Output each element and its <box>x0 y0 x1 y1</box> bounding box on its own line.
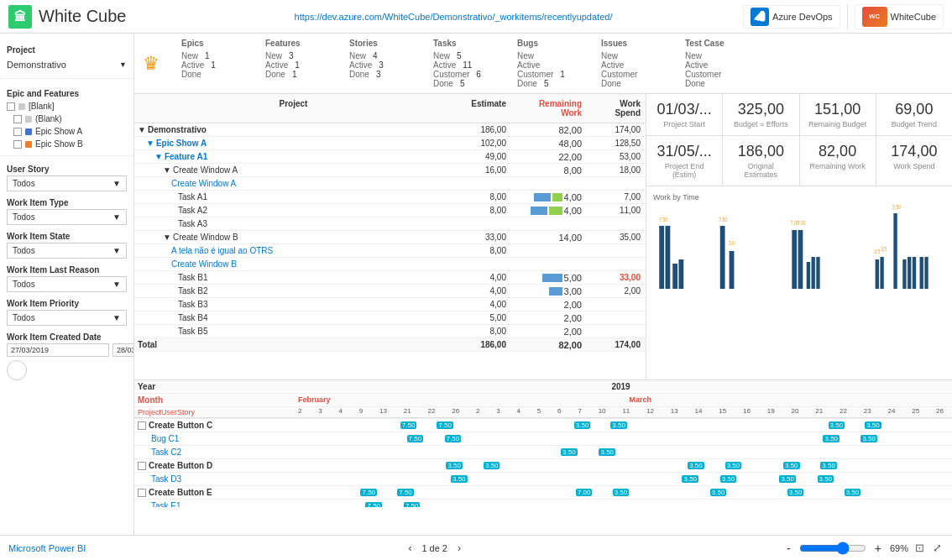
chart-bar <box>812 257 815 289</box>
epic-checkbox-0[interactable] <box>7 102 15 111</box>
row-work-15 <box>587 331 646 332</box>
tree-body: ▼ Demonstrativo 186,00 82,00 174,00 ▼ Ep… <box>134 123 646 379</box>
tl-chip-d-14: 3.50 <box>688 462 704 469</box>
prev-page-button[interactable]: ‹ <box>405 541 415 556</box>
next-page-button[interactable]: › <box>454 541 464 556</box>
tl-checkbox-e[interactable] <box>138 489 146 497</box>
tl-checkbox-d[interactable] <box>138 462 146 470</box>
chart-label: 9.50 <box>892 205 901 210</box>
bugs-stat-group: Bugs New Active Customer 1 Done 5 <box>517 39 584 88</box>
date-to-input[interactable] <box>112 343 134 357</box>
chart-label: 3.5 <box>874 248 881 254</box>
header-url[interactable]: https://dev.azure.com/WhiteCube/Demonstr… <box>164 12 743 22</box>
tasks-active-row: Active 11 <box>433 60 500 70</box>
expand-8: ▼ <box>163 233 171 242</box>
tl-chip-d-26: 3.50 <box>446 462 463 469</box>
features-done-label: Done <box>265 70 285 79</box>
header-divider <box>847 4 848 29</box>
row-estimate-7 <box>452 223 511 225</box>
issues-title: Issues <box>601 39 668 48</box>
tl-chip-e-14: 3.50 <box>710 489 727 496</box>
epics-active-row: Active 1 <box>181 60 248 70</box>
tl-days-row: 234 913 212226 2345 671011 12131415 1619… <box>290 407 952 417</box>
stories-new-row: New 4 <box>349 51 416 60</box>
features-active-row: Active 1 <box>265 60 332 70</box>
row-work-1: 128,50 <box>587 138 646 149</box>
chart-bar <box>678 259 683 289</box>
fullscreen-button[interactable]: ⤢ <box>931 540 944 556</box>
zoom-out-button[interactable]: - <box>783 542 794 555</box>
tl-checkbox-c[interactable] <box>138 421 146 430</box>
tl-row-create-button-c: Create Button C 7.50 7.50 3.50 3.50 <box>134 419 952 432</box>
work-item-priority-filter: Work Item Priority Todos ▼ <box>0 296 133 329</box>
tl-chip-d-2: 3.50 <box>484 462 500 469</box>
work-item-last-reason-chevron: ▼ <box>112 280 121 289</box>
zoom-level: 69% <box>890 543 908 553</box>
bugs-done-row: Done 5 <box>517 79 584 88</box>
epic-item-3[interactable]: Epic Show B <box>0 138 133 150</box>
row-work-6: 11,00 <box>587 205 646 216</box>
zoom-in-button[interactable]: + <box>871 542 885 555</box>
work-item-type-dropdown[interactable]: Todos ▼ <box>7 209 127 225</box>
work-item-priority-label: Work Item Priority <box>7 299 127 308</box>
project-name: Demonstrativo <box>7 60 119 70</box>
work-item-type-chevron: ▼ <box>112 212 121 222</box>
kpi-card-6: 82,00 Remaining Work <box>800 136 876 186</box>
tl-chip-e-7: 3.50 <box>613 489 630 496</box>
tl-chip-c-22b: 3.50 <box>829 421 845 429</box>
tl-name-e: Create Button E <box>134 487 290 498</box>
user-story-dropdown[interactable]: Todos ▼ <box>7 175 127 191</box>
timeline-day-row: ProjectUserStory 234 913 212226 2345 671… <box>134 407 952 418</box>
work-item-type-filter: Work Item Type Todos ▼ <box>0 195 133 228</box>
footer-controls: - + 69% ⊡ ⤢ <box>783 540 944 556</box>
chart-bar <box>893 213 897 289</box>
row-estimate-8: 33,00 <box>452 232 511 243</box>
epic-item-2[interactable]: Epic Show A <box>0 125 133 138</box>
work-item-priority-dropdown[interactable]: Todos ▼ <box>7 310 127 326</box>
work-item-last-reason-dropdown[interactable]: Todos ▼ <box>7 276 127 292</box>
tl-label-c: Create Button C <box>149 421 212 430</box>
epic-item-1[interactable]: (Blank) <box>0 113 133 125</box>
work-item-type-value: Todos <box>13 212 35 222</box>
epics-new-value: 1 <box>205 51 210 60</box>
row-estimate-0: 186,00 <box>452 124 511 135</box>
tl-chips-d: 3.50 3.50 3.50 3.50 3.50 3.50 <box>290 462 952 469</box>
user-story-label: User Story <box>7 165 127 174</box>
tl-chips-c: 7.50 7.50 3.50 3.50 3.50 3.50 <box>290 421 952 429</box>
table-row: Task A3 <box>134 217 646 231</box>
bar-chart-svg: 7.50 7.50 3.0 7.00 7.00 3.5 3.5 9.50 10 … <box>653 205 945 289</box>
row-work-0: 174,00 <box>587 124 646 135</box>
timeline-year-row: Year 2019 <box>134 380 952 394</box>
date-from-input[interactable] <box>7 343 109 357</box>
epic-item-0[interactable]: [Blank] <box>0 100 133 113</box>
tree-col-estimate-header: Estimate <box>452 97 511 119</box>
row-remaining-13: 2,00 <box>511 299 587 311</box>
epic-checkbox-1[interactable] <box>13 115 22 123</box>
zoom-slider[interactable] <box>799 542 866 555</box>
tasks-new-label: New <box>433 51 450 60</box>
chart-area: Work by Time <box>646 186 952 379</box>
row-project-1: ▼ Epic Show A <box>134 138 452 149</box>
row-remaining-4 <box>511 183 587 185</box>
issues-customer-row: Customer <box>601 70 668 79</box>
epics-title: Epics <box>181 39 248 48</box>
tasks-active-label: Active <box>433 60 456 70</box>
epic-checkbox-2[interactable] <box>13 128 22 136</box>
epic-checkbox-3[interactable] <box>13 140 22 149</box>
tasks-customer-row: Customer 6 <box>433 70 500 79</box>
tl-row-task-e1: Task E1 7.50 7.50 <box>134 500 952 507</box>
fit-page-button[interactable]: ⊡ <box>913 540 926 556</box>
epic-label-0: [Blank] <box>29 102 55 111</box>
chart-bar <box>876 259 879 289</box>
timeline-section: Year 2019 Month February March ProjectUs… <box>134 379 952 535</box>
row-project-10: Create Window B <box>134 259 452 270</box>
kpi-card-1: 325,00 Budget = Efforts <box>723 94 798 135</box>
tl-chip-e-21: 3.50 <box>845 489 861 496</box>
kpi-label-4: Project End (Estim) <box>655 162 714 179</box>
work-item-state-dropdown[interactable]: Todos ▼ <box>7 243 127 259</box>
row-project-4: Create Window A <box>134 178 452 189</box>
project-selector[interactable]: Demonstrativo ▼ <box>0 56 133 73</box>
tasks-customer-label: Customer <box>433 70 469 79</box>
bar-inline-6: 4,00 <box>531 206 582 216</box>
azure-label: Azure DevOps <box>772 12 833 22</box>
